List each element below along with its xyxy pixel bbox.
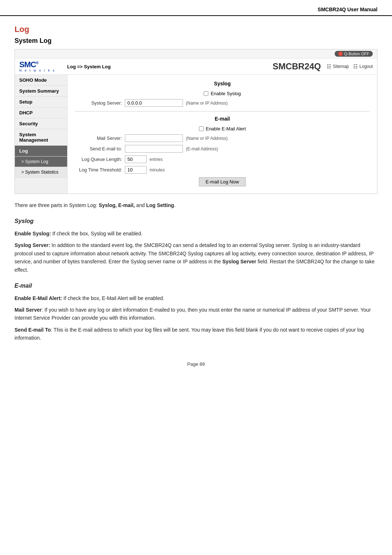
log-queue-row: Log Queue Length: entries [75,155,370,163]
send-email-text: Send E-mail To: This is the E-mail addre… [15,326,377,342]
smc-logo-block: SMC® N e t w o r k s [19,61,56,72]
log-time-unit: minutes [150,167,165,173]
syslog-server-hint: (Name or IP Address) [186,101,228,106]
log-time-row: Log Time Threshold: minutes [75,166,370,174]
mail-server-row: Mail Server: (Name or IP Address) [75,134,370,142]
log-time-label: Log Time Threshold: [75,167,122,173]
logout-link[interactable]: ☷ Logout [353,64,373,69]
email-section-header: E-mail [75,116,370,123]
sidebar-item-system-summary[interactable]: System Summary [15,86,67,97]
enable-email-checkbox[interactable] [199,126,204,131]
device-name: SMCBR24Q [273,61,321,72]
mail-server-hint: (Name or IP Address) [186,136,228,141]
send-to-label: Send E-mail to: [75,146,122,151]
enable-email-row: Enable E-Mail Alert [75,126,370,131]
syslog-server-text: Syslog Server: In addition to the standa… [15,241,377,274]
nav-breadcrumb: Log => System Log [61,64,267,69]
sidebar-item-dhcp[interactable]: DHCP [15,108,67,118]
log-queue-unit: entries [150,157,163,162]
section-title: Log [15,25,377,34]
syslog-body-heading: Syslog [15,216,377,226]
page-header: SMCBR24Q User Manual [0,0,392,16]
log-queue-input[interactable] [125,155,147,163]
sitemap-icon: ☷ [327,64,331,69]
enable-syslog-row: Enable Syslog [75,91,370,96]
mail-server-text: Mail Server: If you wish to have any log… [15,306,377,322]
router-topbar: Q-Button OFF [15,49,377,58]
syslog-enable-text: Enable Syslog: If check the box, Syslog … [15,230,377,238]
send-to-hint: (E-mail Address) [186,146,218,151]
manual-title: SMCBR24Q User Manual [318,7,377,12]
subsection-title: System Log [15,37,377,45]
q-button[interactable]: Q-Button OFF [335,51,373,57]
smc-networks: N e t w o r k s [19,69,56,72]
syslog-server-label: Syslog Server: [75,100,122,106]
smc-logo: SMC® [19,61,56,69]
syslog-server-input[interactable] [125,99,183,107]
logout-label: Logout [359,64,373,69]
sidebar-item-system-management[interactable]: System Management [15,129,67,146]
q-button-label: Q-Button OFF [344,52,369,56]
body-text: There are three parts in System Log: Sys… [15,201,377,342]
sitemap-label: Sitemap [333,64,349,69]
sidebar-item-soho-mode[interactable]: SOHO Mode [15,75,67,86]
log-time-input[interactable] [125,166,147,174]
email-log-now-button[interactable]: E-mail Log Now [199,177,246,186]
intro-text: There are three parts in System Log: Sys… [15,201,377,209]
logout-icon: ☷ [353,64,358,69]
email-enable-text: Enable E-Mail Alert: If check the box, E… [15,294,377,302]
sidebar-item-system-statistics[interactable]: > System Statistics [15,167,67,178]
sidebar: SOHO Mode System Summary Setup DHCP Secu… [15,75,68,194]
q-button-icon [338,52,343,56]
sidebar-item-system-log[interactable]: > System Log [15,157,67,167]
syslog-section-header: Syslog [75,81,370,88]
page-footer: Page 89 [0,354,392,374]
sidebar-item-log[interactable]: Log [15,146,67,157]
enable-syslog-label: Enable Syslog [211,91,241,96]
router-body: SOHO Mode System Summary Setup DHCP Secu… [15,75,377,194]
router-navbar: SMC® N e t w o r k s Log => System Log S… [15,58,377,75]
section-divider-1 [75,111,370,112]
send-to-input[interactable] [125,145,183,153]
send-to-row: Send E-mail to: (E-mail Address) [75,145,370,153]
nav-links: ☷ Sitemap ☷ Logout [327,64,373,69]
main-panel: Syslog Enable Syslog Syslog Server: (Nam… [68,75,377,194]
mail-server-label: Mail Server: [75,135,122,141]
email-body-heading: E-mail [15,281,377,291]
router-panel: Q-Button OFF SMC® N e t w o r k s Log =>… [15,49,377,194]
page-number: Page 89 [187,361,205,367]
sidebar-item-security[interactable]: Security [15,118,67,129]
log-queue-label: Log Queue Length: [75,157,122,162]
sitemap-link[interactable]: ☷ Sitemap [327,64,349,69]
mail-server-input[interactable] [125,134,183,142]
syslog-server-row: Syslog Server: (Name or IP Address) [75,99,370,107]
enable-email-label: Enable E-Mail Alert [206,126,246,131]
page-content: Log System Log Q-Button OFF SMC® N e t w… [0,16,392,354]
sidebar-item-setup[interactable]: Setup [15,97,67,108]
enable-syslog-checkbox[interactable] [204,91,208,96]
